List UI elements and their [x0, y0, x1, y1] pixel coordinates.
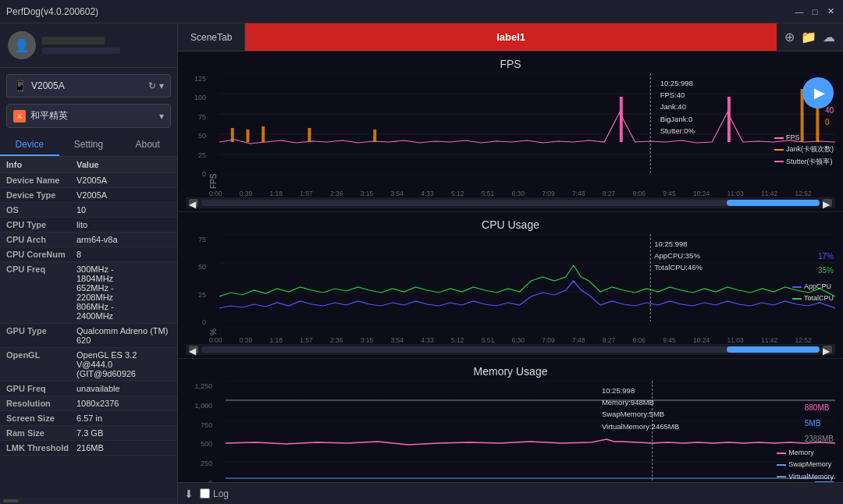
row-key: Device Name: [6, 176, 76, 185]
cpu-chart-svg: [219, 234, 835, 321]
device-info-table: Info Value Device Name V2005A Device Typ…: [0, 157, 177, 498]
row-value: OpenGL ES 3.2 V@444.0 (GIT@9d60926: [76, 350, 171, 378]
tab-about[interactable]: About: [118, 134, 177, 156]
cpu-svg-area: 10:25:998 AppCPU:35% TotalCPU:46% 17% 35…: [219, 234, 835, 335]
label-tab: label1: [245, 23, 777, 51]
row-key: OS: [6, 205, 76, 215]
mem-chart-svg: [226, 381, 835, 482]
app-name-label: 和平精英: [30, 109, 155, 122]
mem-legend-virtual-icon: [777, 476, 786, 477]
device-selector[interactable]: 📱 V2005A ↻ ▾: [6, 74, 171, 98]
add-chart-button[interactable]: +: [813, 481, 835, 482]
row-key: Ram Size: [6, 428, 76, 438]
mem-val-1: 880MB: [805, 400, 834, 416]
bottom-bar: ⬇ Log: [178, 482, 843, 504]
fps-legend-stutter-label: Stutter(卡顿率): [786, 156, 833, 168]
fps-legend-fps-label: FPS: [786, 132, 800, 144]
charts-area[interactable]: FPS 125 100 75 50 25 0 FPS: [178, 51, 843, 482]
fps-chart-wrapper: 125 100 75 50 25 0 FPS: [186, 73, 835, 189]
window-controls: — □ ✕: [793, 5, 837, 18]
table-row: Screen Size 6.57 in: [0, 411, 177, 426]
cpu-legend-total-icon: [792, 298, 802, 300]
refresh-icon[interactable]: ↻: [148, 80, 156, 91]
scene-tab[interactable]: SceneTab: [178, 23, 245, 51]
table-row: Device Name V2005A: [0, 173, 177, 188]
titlebar: PerfDog(v4.0.200602) — □ ✕: [0, 0, 843, 23]
cpu-chart-wrapper: 75 50 25 0 %: [186, 234, 835, 335]
header-value: Value: [76, 160, 99, 169]
fps-scroll-right[interactable]: ▶: [823, 199, 832, 207]
row-key: Device Type: [6, 190, 76, 200]
fps-scrollbar[interactable]: ◀ ▶: [186, 197, 835, 208]
fps-info-fps: FPS:40: [660, 89, 695, 101]
fps-scrollbar-thumb[interactable]: [727, 200, 820, 206]
cpu-scrollbar-thumb[interactable]: [727, 346, 820, 353]
row-value: 8: [76, 250, 171, 259]
log-checkbox-input[interactable]: [200, 488, 210, 499]
row-value: 10: [76, 205, 171, 215]
phone-icon: 📱: [13, 80, 27, 92]
maximize-button[interactable]: □: [809, 5, 821, 18]
tab-device[interactable]: Device: [0, 134, 59, 156]
cpu-val-2: 35%: [818, 264, 834, 278]
tab-setting[interactable]: Setting: [59, 134, 119, 156]
row-value: lito: [76, 220, 171, 229]
app-chevron-icon[interactable]: ▾: [159, 111, 164, 122]
fps-info-bigjank: BigJank:0: [660, 113, 695, 125]
minimize-button[interactable]: —: [793, 5, 806, 18]
info-table-header: Info Value: [0, 157, 177, 173]
cpu-scroll-left[interactable]: ◀: [189, 346, 198, 353]
fps-legend-jank-icon: [774, 149, 784, 151]
mem-y-label: MB: [214, 381, 226, 482]
fps-scroll-left[interactable]: ◀: [189, 199, 198, 207]
cpu-y-0: 0: [202, 318, 206, 326]
mem-val-2: 5MB: [805, 416, 834, 431]
row-value: arm64-v8a: [76, 235, 171, 244]
log-checkbox-container[interactable]: Log: [200, 488, 229, 499]
mem-legend-swap: SwapMemory: [777, 459, 834, 470]
mem-svg-area: 10:25:998 Memory:948MB SwapMemory:5MB Vi…: [226, 381, 835, 482]
memory-chart-container: Memory Usage 1,250 1,000 750 500 250 0 M…: [178, 359, 843, 482]
cpu-scroll-right[interactable]: ▶: [823, 346, 832, 353]
fps-y-125: 125: [194, 75, 206, 83]
mem-info-box: 10:25:998 Memory:948MB SwapMemory:5MB Vi…: [602, 385, 679, 432]
table-row: CPU CoreNum 8: [0, 247, 177, 262]
table-row: Device Type V2005A: [0, 188, 177, 203]
mem-legend-virtual: VirtualMemory: [777, 471, 834, 482]
mem-y-1000: 1,000: [194, 402, 212, 410]
fps-legend-jank-label: Jank(卡顿次数): [786, 144, 834, 155]
row-value: V2005A: [76, 190, 171, 200]
fps-y-100: 100: [194, 94, 206, 101]
download-icon[interactable]: ⬇: [184, 488, 194, 500]
mem-y-500: 500: [201, 440, 212, 448]
mem-val-3: 2388MB: [805, 431, 834, 447]
mem-y-0: 0: [208, 479, 212, 482]
cpu-values: 17% 35%: [818, 250, 834, 278]
cpu-scrollbar-track[interactable]: [201, 346, 820, 353]
fps-legend-stutter: Stutter(卡顿率): [774, 156, 834, 168]
row-value: 216MB: [76, 443, 171, 453]
user-name: [42, 37, 105, 44]
cloud-icon[interactable]: ☁: [823, 30, 835, 44]
app-selector[interactable]: ⚔ 和平精英 ▾: [6, 104, 171, 128]
fps-legend-fps-icon: [774, 137, 784, 139]
cpu-y-label: %: [208, 234, 219, 335]
mem-legend-swap-label: SwapMemory: [788, 459, 831, 470]
svg-rect-6: [231, 128, 234, 142]
row-value: unavailable: [76, 384, 171, 393]
user-subtitle: [42, 48, 120, 54]
fps-svg-area: 10:25:998 FPS:40 Jank:40 BigJank:0 Stutt…: [219, 73, 835, 189]
row-key: CPU CoreNum: [6, 250, 76, 259]
close-button[interactable]: ✕: [824, 5, 837, 18]
fps-scrollbar-track[interactable]: [201, 200, 820, 206]
folder-icon[interactable]: 📁: [801, 30, 816, 44]
mem-y-1250: 1,250: [194, 382, 212, 390]
mem-legend-virtual-label: VirtualMemory: [788, 471, 834, 482]
chevron-down-icon[interactable]: ▾: [159, 80, 164, 91]
fps-info-stutter: Stutter:0%: [660, 125, 695, 137]
play-button[interactable]: ▶: [802, 77, 834, 108]
cpu-scrollbar[interactable]: ◀ ▶: [186, 344, 835, 355]
location-icon[interactable]: ⊕: [784, 30, 795, 44]
table-row: Resolution 1080x2376: [0, 396, 177, 411]
fps-info-time: 10:25:998: [660, 77, 695, 89]
